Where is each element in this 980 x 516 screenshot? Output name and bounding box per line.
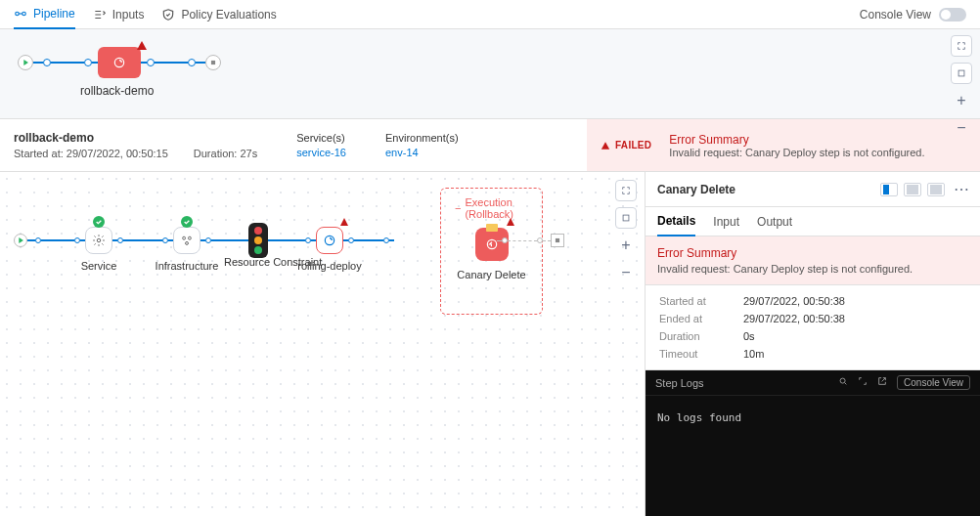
canvas-minimap-button[interactable] xyxy=(615,207,637,229)
canvas-zoom-out-button[interactable]: − xyxy=(615,262,637,283)
svg-rect-4 xyxy=(211,61,215,64)
connector xyxy=(84,59,92,66)
svg-point-9 xyxy=(188,236,191,239)
environment-link[interactable]: env-14 xyxy=(385,147,459,158)
environments-label: Environment(s) xyxy=(385,132,459,144)
meta-key: Duration xyxy=(659,330,728,342)
log-output: No logs found xyxy=(646,396,980,440)
pipeline-name: rollback-demo xyxy=(14,131,257,145)
connector xyxy=(147,59,155,66)
warning-triangle-icon xyxy=(601,141,610,150)
start-time: Started at: 29/07/2022, 00:50:15 xyxy=(14,148,168,159)
deploy-icon xyxy=(112,56,126,69)
warning-icon xyxy=(137,41,147,50)
tab-label: Policy Evaluations xyxy=(181,8,276,22)
tab-input[interactable]: Input xyxy=(713,207,739,236)
tab-details[interactable]: Details xyxy=(657,207,695,236)
error-summary-title: Error Summary xyxy=(669,133,924,147)
svg-rect-5 xyxy=(623,215,629,221)
layout-split-even-button[interactable] xyxy=(904,183,921,196)
minimap-button[interactable] xyxy=(951,63,972,84)
fullscreen-button[interactable] xyxy=(951,35,972,57)
overview-stage-label: rollback-demo xyxy=(80,84,154,98)
console-view-toggle[interactable]: Console View xyxy=(860,8,966,22)
svg-point-13 xyxy=(840,378,845,383)
status-success-icon xyxy=(181,216,193,228)
canvas-fullscreen-button[interactable] xyxy=(615,180,637,201)
step-error-banner: Error Summary Invalid request: Canary De… xyxy=(646,236,980,285)
layout-full-button[interactable] xyxy=(927,183,945,196)
popout-icon xyxy=(877,376,887,386)
tab-inputs[interactable]: Inputs xyxy=(93,0,145,29)
overview-stage-rollback-demo[interactable] xyxy=(98,47,141,78)
panel-title: Canary Delete xyxy=(657,183,870,196)
more-button[interactable]: ⋯ xyxy=(955,183,968,196)
play-icon xyxy=(21,58,30,67)
node-rolling-deploy[interactable] xyxy=(316,227,343,254)
pipeline-end-node[interactable] xyxy=(205,55,221,70)
tab-policy-evaluations[interactable]: Policy Evaluations xyxy=(161,0,276,29)
console-view-label: Console View xyxy=(860,8,931,22)
execution-canvas[interactable]: + − − Execution (Rollback) Canary Delete xyxy=(0,172,646,516)
node-label: rolling-deploy xyxy=(297,260,361,272)
expand-icon xyxy=(858,376,868,386)
svg-point-1 xyxy=(22,12,26,16)
stop-icon xyxy=(553,236,562,245)
step-logs-title: Step Logs xyxy=(655,377,828,389)
meta-value: 29/07/2022, 00:50:38 xyxy=(743,295,966,307)
toggle-switch[interactable] xyxy=(939,8,966,22)
yellow-light-icon xyxy=(254,236,262,244)
svg-rect-2 xyxy=(958,70,964,76)
square-icon xyxy=(957,68,966,78)
zoom-out-button[interactable]: − xyxy=(951,117,972,139)
red-light-icon xyxy=(254,227,262,235)
fullscreen-icon xyxy=(621,186,631,195)
search-icon xyxy=(838,376,848,386)
tab-label: Pipeline xyxy=(33,7,75,21)
shield-check-icon xyxy=(161,8,175,22)
pipeline-icon xyxy=(14,7,27,21)
popout-button[interactable] xyxy=(877,376,887,389)
pipeline-overview: + − rollback-demo xyxy=(0,29,980,119)
flow-end-node[interactable] xyxy=(551,234,564,247)
meta-key: Started at xyxy=(659,295,728,307)
tab-output[interactable]: Output xyxy=(757,207,792,236)
node-infrastructure[interactable] xyxy=(173,227,200,254)
meta-key: Timeout xyxy=(659,348,728,360)
svg-point-11 xyxy=(325,236,334,244)
canvas-zoom-in-button[interactable]: + xyxy=(615,235,637,256)
pipeline-start-node[interactable] xyxy=(18,55,33,70)
connector xyxy=(188,59,196,66)
status-success-icon xyxy=(93,216,105,228)
node-service[interactable] xyxy=(85,227,112,254)
deploy-icon xyxy=(323,234,336,247)
node-resource-constraint[interactable] xyxy=(248,223,268,258)
tab-pipeline[interactable]: Pipeline xyxy=(14,0,75,29)
warning-icon xyxy=(507,218,514,226)
duration: Duration: 27s xyxy=(194,148,257,159)
meta-value: 29/07/2022, 00:50:38 xyxy=(743,313,966,324)
error-summary-message: Invalid request: Canary Deploy step is n… xyxy=(669,147,924,158)
execution-error-banner: FAILED Error Summary Invalid request: Ca… xyxy=(587,119,980,171)
tab-label: Inputs xyxy=(112,8,145,22)
search-button[interactable] xyxy=(838,376,848,389)
error-message: Invalid request: Canary Deploy step is n… xyxy=(657,263,968,275)
layout-split-left-button[interactable] xyxy=(880,183,898,196)
play-icon xyxy=(16,236,25,245)
svg-rect-12 xyxy=(556,238,559,242)
fullscreen-icon xyxy=(957,41,966,51)
logs-console-view-button[interactable]: Console View xyxy=(897,375,970,390)
expand-button[interactable] xyxy=(858,376,868,389)
services-label: Service(s) xyxy=(296,132,346,144)
svg-point-0 xyxy=(16,12,20,16)
service-link[interactable]: service-16 xyxy=(296,147,346,158)
meta-value: 0s xyxy=(743,330,966,342)
zoom-in-button[interactable]: + xyxy=(951,90,972,111)
svg-point-7 xyxy=(97,238,101,242)
meta-key: Ended at xyxy=(659,313,728,324)
meta-value: 10m xyxy=(743,348,966,360)
inputs-icon xyxy=(93,8,107,22)
flow-start-node[interactable] xyxy=(14,234,27,247)
warning-icon xyxy=(340,218,348,226)
collapse-icon[interactable]: − xyxy=(455,202,461,214)
